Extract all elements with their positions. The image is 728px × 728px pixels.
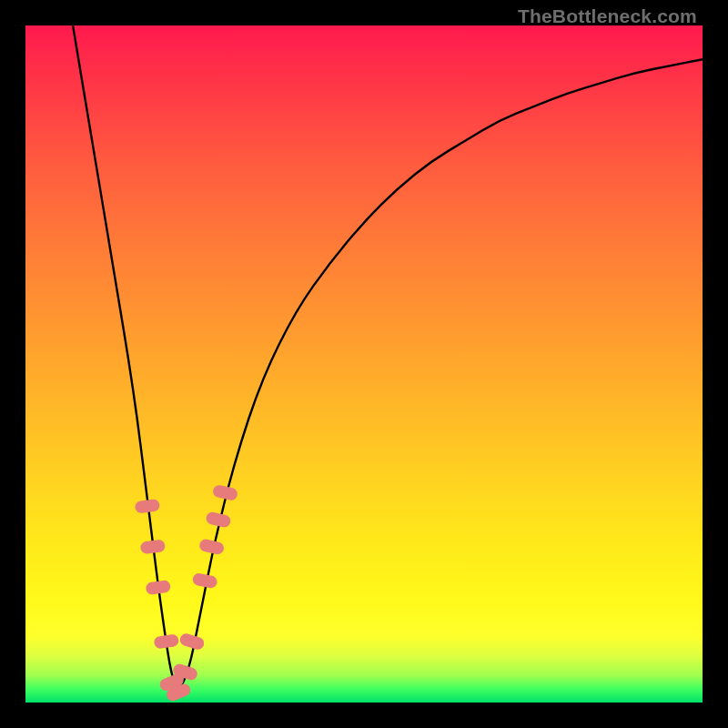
chart-plot-area [25, 25, 703, 703]
watermark-text: TheBottleneck.com [518, 5, 697, 27]
chart-frame: TheBottleneck.com [0, 0, 728, 728]
highlight-marker [178, 632, 206, 652]
bottleneck-curve-svg [25, 25, 703, 703]
highlight-marker [205, 511, 231, 528]
highlight-marker [146, 580, 172, 595]
highlight-marker [192, 572, 218, 590]
highlight-marker [153, 633, 179, 649]
highlight-marker [198, 538, 225, 555]
highlight-marker [135, 499, 160, 514]
highlight-marker [212, 484, 238, 501]
highlight-marker [140, 539, 166, 554]
